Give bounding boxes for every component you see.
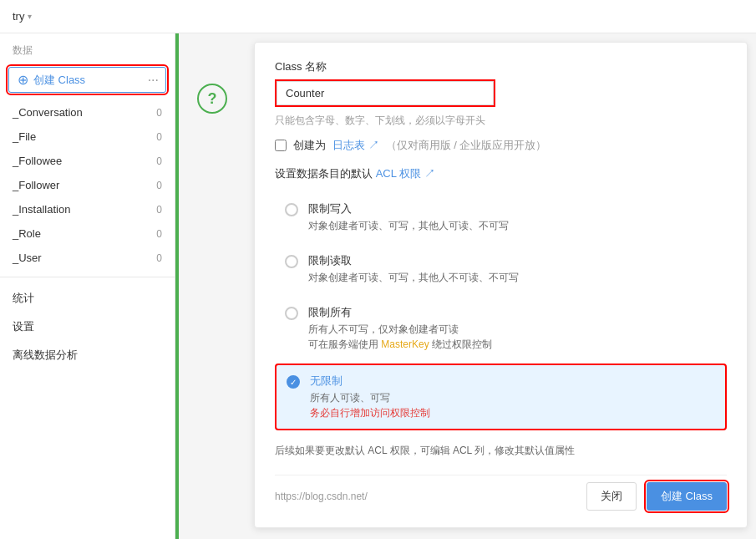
log-table-checkbox-row: 创建为 日志表 ↗ （仅对商用版 / 企业版应用开放）	[275, 138, 727, 153]
log-table-note: （仅对商用版 / 企业版应用开放）	[386, 138, 547, 153]
acl-title: 限制所有	[308, 305, 492, 320]
field-label: Class 名称	[275, 59, 727, 74]
acl-desc-unlimited: 所有人可读、可写 务必自行增加访问权限控制	[310, 390, 430, 420]
sidebar: 数据 ⊕ 创建 Class ··· _Conversation 0 _File …	[0, 33, 175, 539]
class-item-follower[interactable]: _Follower 0	[0, 173, 175, 197]
class-name: _User	[13, 252, 42, 264]
class-item-followee[interactable]: _Followee 0	[0, 149, 175, 173]
class-count: 0	[156, 204, 162, 216]
class-name: _Role	[13, 227, 41, 240]
class-list: _Conversation 0 _File 0 _Followee 0 _Fol…	[0, 100, 175, 270]
class-item-user[interactable]: _User 0	[0, 246, 175, 270]
acl-desc: 对象创建者可读、可写，其他人不可读、不可写	[308, 270, 519, 285]
url-text: https://blog.csdn.net/	[275, 491, 576, 502]
acl-option-content: 限制所有 所有人不可写，仅对象创建者可读 可在服务端使用 MasterKey 绕…	[308, 305, 492, 352]
class-item-conversation[interactable]: _Conversation 0	[0, 100, 175, 125]
class-item-role[interactable]: _Role 0	[0, 221, 175, 246]
nav-item-offline-analytics[interactable]: 离线数据分析	[0, 341, 175, 369]
radio-restrict-read	[285, 255, 298, 268]
log-table-checkbox[interactable]	[275, 140, 287, 151]
class-item-installation[interactable]: _Installation 0	[0, 197, 175, 221]
class-name: _Followee	[13, 155, 62, 167]
class-name-hint: 只能包含字母、数字、下划线，必须以字母开头	[275, 114, 727, 128]
class-item-file[interactable]: _File 0	[0, 125, 175, 149]
cancel-button[interactable]: 关闭	[586, 482, 637, 511]
class-count: 0	[156, 107, 162, 119]
dialog-area: Class 名称 只能包含字母、数字、下划线，必须以字母开头 创建为 日志表 ↗…	[246, 33, 756, 539]
class-name: _Installation	[13, 203, 70, 216]
create-class-dialog: Class 名称 只能包含字母、数字、下划线，必须以字母开头 创建为 日志表 ↗…	[254, 42, 748, 528]
class-count: 0	[156, 155, 162, 167]
footer-note: 后续如果要更改默认 ACL 权限，可编辑 ACL 列，修改其默认值属性	[275, 444, 727, 458]
class-name: _Follower	[13, 179, 59, 191]
class-name-field-row: Class 名称	[275, 59, 727, 107]
radio-restrict-all	[285, 307, 298, 320]
acl-option-unlimited[interactable]: 无限制 所有人可读、可写 务必自行增加访问权限控制	[275, 364, 727, 430]
class-name-input[interactable]	[277, 81, 494, 105]
acl-option-restrict-all[interactable]: 限制所有 所有人不可写，仅对象创建者可读 可在服务端使用 MasterKey 绕…	[275, 297, 727, 360]
dropdown-arrow: ▾	[28, 12, 32, 21]
center-panel: ?	[179, 33, 246, 539]
dialog-footer: https://blog.csdn.net/ 关闭 创建 Class	[275, 475, 727, 511]
more-icon[interactable]: ···	[148, 73, 159, 88]
log-table-link[interactable]: 日志表 ↗	[332, 138, 379, 153]
acl-title: 限制读取	[308, 253, 519, 268]
content-area: ? Class 名称 只能包含字母、数字、下划线，必须以字母开头	[175, 33, 756, 539]
app-container: try ▾ 数据 ⊕ 创建 Class ··· _Conversation 0 …	[0, 0, 756, 539]
acl-desc: 对象创建者可读、可写，其他人可读、不可写	[308, 218, 509, 233]
class-count: 0	[156, 180, 162, 191]
radio-unlimited	[287, 375, 300, 389]
acl-section-title: 设置数据条目的默认 ACL 权限 ↗	[275, 166, 727, 181]
class-count: 0	[156, 131, 162, 143]
help-circle[interactable]: ?	[197, 84, 227, 114]
create-class-submit-button[interactable]: 创建 Class	[647, 482, 727, 511]
create-class-label: 创建 Class	[33, 73, 85, 88]
class-name-input-wrapper	[275, 79, 495, 107]
main-layout: 数据 ⊕ 创建 Class ··· _Conversation 0 _File …	[0, 33, 756, 539]
nav-item-statistics[interactable]: 统计	[0, 284, 175, 313]
acl-link[interactable]: ACL 权限 ↗	[376, 167, 435, 180]
acl-warning: 务必自行增加访问权限控制	[310, 407, 430, 419]
log-table-label: 创建为	[293, 138, 326, 153]
create-class-button[interactable]: ⊕ 创建 Class ···	[8, 67, 166, 93]
project-name: try	[13, 10, 24, 23]
acl-option-restrict-read[interactable]: 限制读取 对象创建者可读、可写，其他人不可读、不可写	[275, 245, 727, 293]
acl-option-restrict-write[interactable]: 限制写入 对象创建者可读、可写，其他人可读、不可写	[275, 193, 727, 242]
masterkey-text: MasterKey	[381, 338, 429, 350]
project-dropdown[interactable]: try ▾	[13, 10, 32, 23]
acl-option-content: 无限制 所有人可读、可写 务必自行增加访问权限控制	[310, 374, 430, 420]
nav-item-settings[interactable]: 设置	[0, 313, 175, 341]
plus-icon: ⊕	[18, 72, 28, 88]
question-mark: ?	[208, 90, 217, 108]
sidebar-divider	[0, 277, 175, 277]
class-name: _File	[13, 130, 36, 143]
acl-title: 限制写入	[308, 201, 509, 216]
acl-option-content: 限制读取 对象创建者可读、可写，其他人不可读、不可写	[308, 253, 519, 285]
sidebar-section-label: 数据	[0, 33, 175, 63]
class-name: _Conversation	[13, 106, 83, 119]
radio-restrict-write	[285, 203, 298, 216]
acl-desc: 所有人不可写，仅对象创建者可读 可在服务端使用 MasterKey 绕过权限控制	[308, 322, 492, 352]
acl-title-unlimited: 无限制	[310, 374, 430, 389]
top-bar: try ▾	[0, 0, 756, 33]
class-count: 0	[156, 252, 162, 264]
acl-option-content: 限制写入 对象创建者可读、可写，其他人可读、不可写	[308, 201, 509, 233]
class-count: 0	[156, 228, 162, 240]
